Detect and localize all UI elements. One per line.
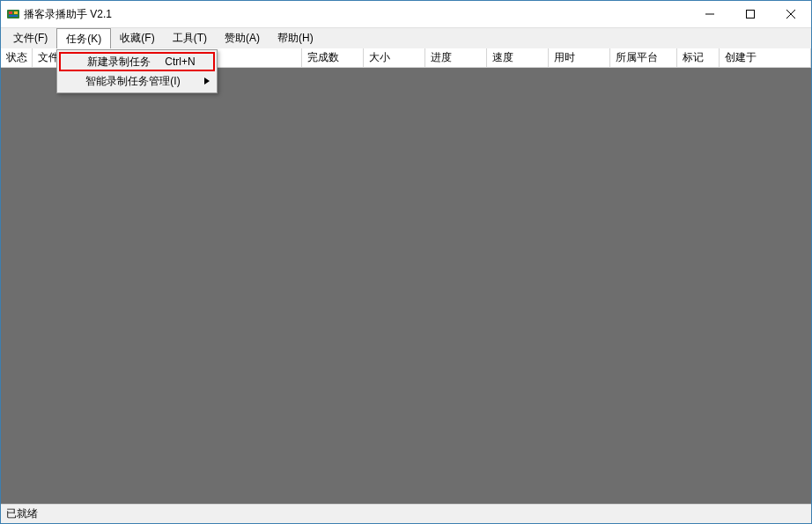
menu-sponsor[interactable]: 赞助(A) bbox=[216, 28, 269, 48]
menu-help[interactable]: 帮助(H) bbox=[269, 28, 322, 48]
maximize-button[interactable] bbox=[730, 1, 771, 27]
status-text: 已就绪 bbox=[6, 506, 38, 521]
task-dropdown: 新建录制任务 Ctrl+N 智能录制任务管理(I) bbox=[56, 49, 217, 93]
col-created[interactable]: 创建于 bbox=[720, 48, 811, 67]
submenu-arrow-icon bbox=[204, 75, 210, 87]
menu-new-record-task[interactable]: 新建录制任务 Ctrl+N bbox=[59, 52, 214, 71]
col-elapsed[interactable]: 用时 bbox=[549, 48, 610, 67]
svg-rect-2 bbox=[14, 11, 18, 14]
col-tag[interactable]: 标记 bbox=[677, 48, 720, 67]
col-progress[interactable]: 进度 bbox=[425, 48, 487, 67]
col-completed[interactable]: 完成数 bbox=[302, 48, 364, 67]
col-speed[interactable]: 速度 bbox=[487, 48, 549, 67]
menu-task[interactable]: 任务(K) 新建录制任务 Ctrl+N 智能录制任务管理(I) bbox=[56, 28, 111, 48]
app-icon bbox=[6, 7, 20, 21]
col-status[interactable]: 状态 bbox=[1, 48, 33, 67]
minimize-button[interactable] bbox=[690, 1, 730, 27]
close-button[interactable] bbox=[771, 1, 811, 27]
window-controls bbox=[690, 1, 811, 27]
menu-smart-record-manage[interactable]: 智能录制任务管理(I) bbox=[59, 71, 214, 91]
titlebar: 播客录播助手 V2.1 bbox=[1, 1, 811, 27]
window-title: 播客录播助手 V2.1 bbox=[24, 7, 690, 22]
menubar: 文件(F) 任务(K) 新建录制任务 Ctrl+N 智能录制任务管理(I) 收藏… bbox=[1, 27, 811, 48]
svg-rect-5 bbox=[747, 11, 755, 18]
col-size[interactable]: 大小 bbox=[364, 48, 425, 67]
col-platform[interactable]: 所属平台 bbox=[610, 48, 677, 67]
statusbar: 已就绪 bbox=[1, 504, 811, 523]
svg-marker-8 bbox=[204, 77, 210, 85]
task-list-area bbox=[1, 68, 811, 504]
svg-rect-1 bbox=[9, 11, 12, 14]
menu-favorites[interactable]: 收藏(F) bbox=[111, 28, 163, 48]
menu-tools[interactable]: 工具(T) bbox=[164, 28, 216, 48]
menu-file[interactable]: 文件(F) bbox=[4, 28, 56, 48]
svg-rect-3 bbox=[9, 15, 18, 17]
